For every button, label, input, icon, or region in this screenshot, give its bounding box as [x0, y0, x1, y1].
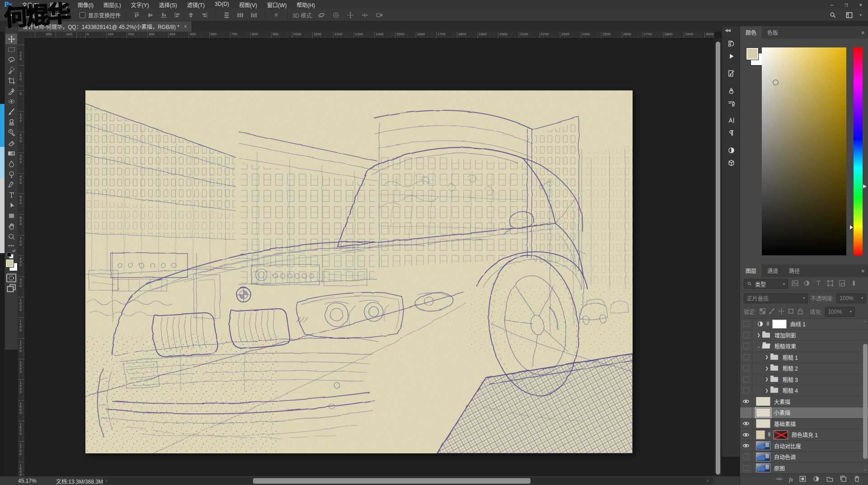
layer-thumbnail[interactable]	[756, 419, 770, 428]
layer-thumbnail[interactable]	[756, 408, 770, 417]
dock-collapse-icon[interactable]: ◀◀	[722, 26, 730, 33]
layer-row-粗糙 1[interactable]: ❯粗糙 1	[740, 352, 868, 363]
layer-row-自动对比度[interactable]: 自动对比度	[740, 441, 868, 452]
distribute-v-button[interactable]	[221, 10, 233, 20]
visibility-toggle[interactable]	[740, 341, 752, 352]
stamp-tool[interactable]	[5, 117, 17, 127]
tab-channels[interactable]: 通道	[762, 264, 784, 277]
layer-name[interactable]: 曲线 1	[790, 320, 806, 328]
tab-swatches[interactable]: 色板	[762, 26, 784, 39]
actions-panel-button[interactable]	[723, 50, 739, 62]
layer-name[interactable]: 增加阴影	[774, 331, 796, 339]
expand-icon[interactable]: ❯	[764, 377, 769, 381]
eraser-tool[interactable]	[5, 138, 17, 148]
visibility-toggle[interactable]	[740, 374, 752, 385]
eye-icon[interactable]	[742, 421, 750, 426]
dodge-tool[interactable]	[5, 169, 17, 179]
eye-empty-box[interactable]	[743, 354, 749, 360]
eye-empty-box[interactable]	[743, 343, 749, 349]
tab-color[interactable]: 颜色	[740, 26, 762, 39]
layer-name[interactable]: 大素描	[774, 398, 790, 405]
expand-icon[interactable]: ❯	[756, 333, 761, 337]
layer-mask-thumbnail[interactable]	[772, 320, 787, 329]
slide-3d-button[interactable]	[359, 10, 371, 20]
histbrush-tool[interactable]	[5, 127, 17, 138]
align-top-button[interactable]	[131, 10, 143, 20]
layer-mask-thumbnail[interactable]	[774, 430, 788, 439]
layer-filter-type-dropdown[interactable]: 类型▾	[744, 279, 788, 289]
layer-row-曲线 1[interactable]: 曲线 1	[740, 319, 868, 330]
layer-row-粗糙 2[interactable]: ❯粗糙 2	[740, 363, 868, 374]
layer-name[interactable]: 自动色调	[774, 453, 796, 461]
layer-name[interactable]: 粗糙 4	[783, 386, 798, 394]
menu-item-5[interactable]: 选择(S)	[154, 0, 182, 9]
visibility-toggle[interactable]	[740, 419, 752, 429]
visibility-toggle[interactable]	[740, 441, 752, 452]
filter-switch-button[interactable]	[850, 279, 858, 288]
history-panel-button[interactable]	[723, 37, 739, 50]
link-layers-button[interactable]	[775, 475, 783, 484]
ruler-origin-corner[interactable]	[18, 32, 25, 38]
marquee-tool[interactable]	[5, 44, 17, 55]
move-tool[interactable]	[5, 34, 17, 44]
pen-tool[interactable]	[5, 179, 17, 190]
lock-paint-button[interactable]	[768, 307, 776, 316]
canvas-horizontal-scrollbar[interactable]: ‹ ›	[103, 477, 713, 485]
adjustments-panel-button[interactable]	[723, 144, 739, 156]
status-zoom-field[interactable]: 45.17%	[0, 478, 48, 484]
canvas-vertical-scrollbar[interactable]	[714, 38, 722, 476]
layer-row-粗糙效果[interactable]: ⌄粗糙效果	[740, 341, 868, 352]
crop-tool[interactable]	[5, 75, 17, 86]
foreground-color-swatch[interactable]	[5, 259, 14, 268]
type-tool[interactable]	[5, 190, 17, 200]
pathsel-tool[interactable]	[5, 200, 17, 211]
layer-row-原图[interactable]: 原图	[740, 463, 868, 474]
layer-name[interactable]: 小素描	[774, 409, 790, 416]
tab-close-icon[interactable]: ×	[184, 24, 187, 30]
brush-tool[interactable]	[5, 107, 17, 117]
visibility-toggle[interactable]	[740, 407, 752, 418]
layer-name[interactable]: 粗糙 2	[783, 364, 798, 372]
visibility-toggle[interactable]	[740, 385, 752, 396]
adjust-filter-button[interactable]	[803, 279, 811, 288]
tab-paths[interactable]: 路径	[784, 264, 805, 277]
layer-thumbnail[interactable]	[756, 452, 770, 461]
eye-empty-box[interactable]	[743, 365, 749, 371]
swap-colors-icon[interactable]: ⇄	[12, 249, 16, 253]
clonesrc-panel-button[interactable]	[723, 97, 739, 109]
align-bottom-button[interactable]	[158, 10, 170, 20]
distribute-mix-button[interactable]	[248, 10, 260, 20]
layer-thumbnail[interactable]	[756, 441, 770, 450]
eye-icon[interactable]	[742, 432, 750, 438]
menu-item-3[interactable]: 图层(L)	[99, 0, 126, 9]
rect-tool[interactable]	[5, 211, 17, 221]
align-middle-button[interactable]	[145, 10, 156, 20]
layer-row-自动色调[interactable]: 自动色调	[740, 452, 868, 463]
blur-tool[interactable]	[5, 159, 17, 169]
eyedrop-tool[interactable]	[5, 86, 17, 96]
add-mask-button[interactable]	[799, 475, 807, 484]
fill-swatch-thumbnail[interactable]	[756, 430, 765, 439]
scroll-left-icon[interactable]: ‹	[106, 478, 108, 483]
layer-style-button[interactable]: fx	[789, 476, 793, 483]
lock-transparent-button[interactable]	[759, 307, 766, 316]
type-filter-button[interactable]	[815, 279, 822, 288]
expand-icon[interactable]: ❯	[764, 388, 769, 393]
character-panel-button[interactable]	[723, 114, 739, 127]
pasteboard[interactable]	[24, 38, 714, 476]
layer-name[interactable]: 原图	[774, 464, 785, 472]
align-left-button[interactable]	[172, 10, 183, 20]
eye-icon[interactable]	[742, 399, 750, 404]
vertical-scrollbar-thumb[interactable]	[716, 42, 720, 475]
pan-3d-button[interactable]	[345, 10, 357, 20]
scroll-right-icon[interactable]: ›	[707, 478, 708, 483]
layer-row-大素描[interactable]: 大素描	[740, 396, 868, 408]
distribute-h-button[interactable]	[235, 10, 246, 20]
visibility-toggle[interactable]	[740, 452, 752, 462]
visibility-toggle[interactable]	[740, 429, 752, 440]
eye-empty-box[interactable]	[743, 377, 749, 382]
orbit-3d-button[interactable]	[316, 10, 328, 20]
horizontal-ruler[interactable]: 2001000100200300400500600700800900100011…	[24, 32, 714, 38]
lock-move-button[interactable]	[778, 307, 785, 316]
menu-item-8[interactable]: 视图(V)	[234, 0, 262, 9]
